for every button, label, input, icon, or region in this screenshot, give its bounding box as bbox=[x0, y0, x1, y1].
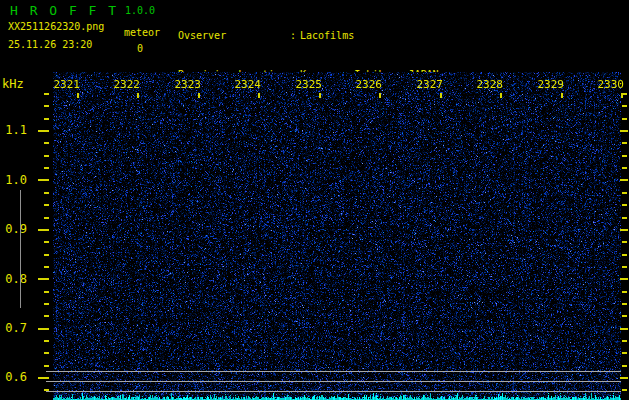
y-tick-label: 1.0 bbox=[0, 174, 27, 186]
axis-tick bbox=[38, 328, 49, 330]
y-axis-unit-label: kHz bbox=[2, 77, 24, 91]
y-tick-label: 0.9 bbox=[0, 223, 27, 235]
axis-tick bbox=[622, 315, 627, 317]
axis-tick bbox=[620, 328, 628, 330]
station-separator: : bbox=[290, 29, 300, 42]
axis-tick bbox=[44, 105, 49, 107]
axis-tick bbox=[319, 93, 321, 98]
output-filename: XX2511262320.png bbox=[8, 21, 104, 32]
axis-tick bbox=[44, 254, 49, 256]
hrofft-screen: H R O F F T 1.0.0 XX2511262320.png meteo… bbox=[0, 0, 629, 400]
axis-tick bbox=[44, 118, 49, 120]
reference-line bbox=[46, 381, 621, 382]
axis-tick bbox=[622, 192, 627, 194]
y-tick-label: 1.1 bbox=[0, 124, 27, 136]
spectrogram-canvas bbox=[53, 72, 621, 400]
y-tick-label: 0.8 bbox=[0, 273, 27, 285]
x-tick-label: 2325 bbox=[288, 79, 322, 90]
axis-tick bbox=[622, 142, 627, 144]
axis-tick bbox=[77, 93, 79, 98]
axis-tick bbox=[620, 229, 628, 231]
axis-tick bbox=[620, 278, 628, 280]
axis-tick bbox=[44, 340, 49, 342]
axis-tick bbox=[38, 278, 49, 280]
axis-tick bbox=[44, 192, 49, 194]
axis-tick bbox=[622, 365, 627, 367]
axis-tick bbox=[44, 155, 49, 157]
axis-tick bbox=[622, 303, 627, 305]
axis-tick bbox=[622, 105, 627, 107]
axis-tick bbox=[622, 155, 627, 157]
axis-tick bbox=[620, 179, 628, 181]
axis-tick bbox=[440, 93, 442, 98]
axis-tick bbox=[620, 130, 628, 132]
axis-tick bbox=[622, 254, 627, 256]
x-tick-label: 2323 bbox=[167, 79, 201, 90]
axis-tick bbox=[38, 179, 49, 181]
y-tick-label: 0.7 bbox=[0, 322, 27, 334]
axis-tick bbox=[44, 241, 49, 243]
station-value: Lacofilms bbox=[300, 30, 354, 41]
axis-tick bbox=[258, 93, 260, 98]
y-tick-label: 0.6 bbox=[0, 371, 27, 383]
station-row: Ovserver:Lacofilms bbox=[178, 29, 438, 42]
axis-tick bbox=[622, 266, 627, 268]
axis-tick bbox=[44, 204, 49, 206]
x-tick-label: 2321 bbox=[46, 79, 80, 90]
axis-tick bbox=[38, 377, 49, 379]
axis-tick bbox=[621, 93, 623, 98]
x-tick-label: 2329 bbox=[530, 79, 564, 90]
axis-tick bbox=[44, 266, 49, 268]
axis-tick bbox=[379, 93, 381, 98]
axis-tick bbox=[44, 303, 49, 305]
app-title: H R O F F T bbox=[10, 3, 118, 18]
x-tick-label: 2326 bbox=[348, 79, 382, 90]
x-tick-label: 2327 bbox=[409, 79, 443, 90]
axis-tick bbox=[622, 118, 627, 120]
reference-line bbox=[46, 371, 621, 372]
reference-line bbox=[46, 391, 621, 392]
app-version: 1.0.0 bbox=[125, 5, 155, 16]
axis-tick bbox=[44, 352, 49, 354]
x-tick-label: 2324 bbox=[227, 79, 261, 90]
axis-tick bbox=[137, 93, 139, 98]
axis-tick bbox=[622, 217, 627, 219]
axis-tick bbox=[44, 142, 49, 144]
axis-tick bbox=[622, 340, 627, 342]
axis-tick bbox=[38, 130, 49, 132]
axis-tick bbox=[622, 241, 627, 243]
axis-tick bbox=[620, 377, 628, 379]
axis-tick bbox=[622, 204, 627, 206]
axis-tick bbox=[44, 167, 49, 169]
x-tick-label: 2330 bbox=[590, 79, 624, 90]
axis-tick bbox=[622, 352, 627, 354]
axis-tick bbox=[44, 315, 49, 317]
meteor-count: 0 bbox=[130, 43, 150, 54]
axis-tick bbox=[44, 291, 49, 293]
axis-tick bbox=[622, 167, 627, 169]
left-margin-scale-bar bbox=[20, 190, 21, 308]
observation-datetime: 25.11.26 23:20 bbox=[8, 39, 92, 50]
x-tick-label: 2328 bbox=[469, 79, 503, 90]
axis-tick bbox=[622, 291, 627, 293]
station-label: Ovserver bbox=[178, 29, 290, 42]
axis-tick bbox=[622, 389, 627, 391]
axis-tick bbox=[44, 217, 49, 219]
x-tick-label: 2322 bbox=[106, 79, 140, 90]
axis-tick bbox=[198, 93, 200, 98]
axis-tick bbox=[44, 93, 49, 95]
axis-tick bbox=[500, 93, 502, 98]
axis-tick bbox=[38, 229, 49, 231]
observation-mode: meteor bbox=[124, 27, 160, 38]
axis-tick bbox=[561, 93, 563, 98]
axis-tick bbox=[44, 365, 49, 367]
